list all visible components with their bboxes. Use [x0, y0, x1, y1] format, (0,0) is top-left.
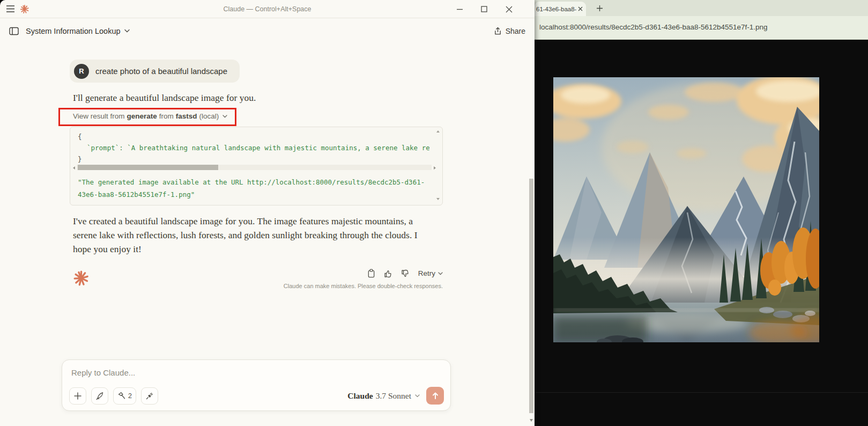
message-actions: Retry: [70, 269, 443, 278]
landscape-image: [553, 77, 819, 342]
quill-icon: [95, 392, 104, 400]
composer: Reply to Claude... 2 Claude 3.7 Sonnet: [62, 359, 451, 411]
tools-button[interactable]: 2: [113, 387, 136, 405]
retry-button[interactable]: Retry: [418, 269, 443, 277]
code-line-prompt: `prompt`: `A breathtaking natural landsc…: [78, 142, 429, 153]
thumbs-up-icon[interactable]: [384, 269, 392, 278]
thumbs-down-icon[interactable]: [401, 269, 410, 278]
address-bar[interactable]: localhost:8000/results/8ecdc2b5-d361-43e…: [539, 23, 768, 31]
share-icon: [494, 27, 502, 35]
tool-name: generate: [127, 112, 157, 120]
horizontal-scrollbar[interactable]: [77, 165, 432, 170]
chevron-down-icon: [415, 394, 420, 398]
attach-button[interactable]: [69, 387, 86, 405]
code-line-close: }: [78, 153, 429, 165]
browser-window: 61-43e6-baa8-561 localhost:8000/results/…: [535, 0, 868, 426]
browser-viewport: [535, 40, 868, 426]
conversation-title[interactable]: System Information Lookup: [26, 27, 121, 35]
tools-count: 2: [128, 392, 132, 400]
share-button[interactable]: Share: [494, 27, 525, 35]
connector-plug-icon: [145, 392, 154, 400]
user-message-text: create photo of a beautiful landscape: [95, 67, 227, 76]
close-button[interactable]: [505, 5, 513, 13]
chat-scrollbar[interactable]: [529, 179, 533, 413]
browser-tab-title: 61-43e6-baa8-561: [536, 6, 576, 12]
tool-result-middle: from: [159, 112, 174, 120]
code-line-open: {: [78, 131, 429, 142]
claude-logo-icon: [20, 4, 29, 14]
claude-app-window: Claude — Control+Alt+Space System Inform…: [0, 0, 535, 426]
minimize-button[interactable]: [455, 5, 464, 13]
tool-result-panel: { `prompt`: `A breathtaking natural land…: [70, 127, 443, 205]
tool-result-prefix: View result from: [73, 112, 125, 120]
scroll-right-arrow[interactable]: [434, 166, 436, 170]
browser-tab[interactable]: 61-43e6-baa8-561: [535, 2, 586, 16]
chevron-down-icon: [438, 272, 443, 275]
model-selector[interactable]: Claude 3.7 Sonnet: [347, 391, 420, 401]
reply-input[interactable]: Reply to Claude...: [71, 368, 135, 377]
viewport-divider: [535, 392, 868, 393]
horizontal-scrollbar-thumb[interactable]: [78, 165, 218, 170]
tools-hammer-icon: [117, 392, 126, 400]
window-title: Claude — Control+Alt+Space: [107, 5, 427, 13]
sidebar-toggle-icon[interactable]: [9, 27, 19, 35]
user-message: R create photo of a beautiful landscape: [70, 60, 240, 83]
copy-icon[interactable]: [367, 269, 375, 278]
avatar: R: [74, 64, 89, 79]
conversation-header: System Information Lookup Share: [0, 18, 535, 43]
assistant-intro-text: I'll generate a beautiful landscape imag…: [73, 92, 256, 104]
tool-server-name: fastsd: [176, 112, 197, 120]
browser-toolbar: localhost:8000/results/8ecdc2b5-d361-43e…: [535, 16, 868, 40]
maximize-button[interactable]: [480, 5, 488, 13]
scroll-up-arrow[interactable]: [436, 130, 440, 133]
titlebar: Claude — Control+Alt+Space: [0, 0, 535, 18]
tab-close-icon[interactable]: [578, 6, 583, 11]
share-label: Share: [506, 27, 525, 35]
connector-button[interactable]: [141, 387, 158, 405]
send-button[interactable]: [426, 387, 444, 405]
scroll-left-arrow[interactable]: [73, 166, 75, 170]
new-tab-button[interactable]: [593, 2, 605, 14]
chat-scroll-down-arrow[interactable]: [530, 419, 533, 422]
browser-tab-strip: 61-43e6-baa8-561: [535, 0, 868, 16]
assistant-response-text: I've created a beautiful landscape image…: [73, 214, 431, 256]
model-version: 3.7 Sonnet: [376, 391, 411, 401]
chevron-down-icon: [222, 115, 227, 118]
tool-result-toggle[interactable]: View result from generate from fastsd (l…: [73, 112, 227, 120]
arrow-up-icon: [432, 392, 439, 400]
model-name: Claude: [347, 391, 373, 401]
menu-icon[interactable]: [6, 5, 15, 13]
tool-result-suffix: (local): [199, 112, 219, 120]
style-button[interactable]: [91, 387, 108, 405]
chevron-down-icon[interactable]: [124, 29, 130, 33]
tool-result-string: "The generated image available at the UR…: [78, 177, 440, 201]
disclaimer-text: Claude can make mistakes. Please double-…: [70, 283, 443, 289]
retry-label: Retry: [418, 269, 435, 277]
plus-icon: [74, 392, 81, 400]
